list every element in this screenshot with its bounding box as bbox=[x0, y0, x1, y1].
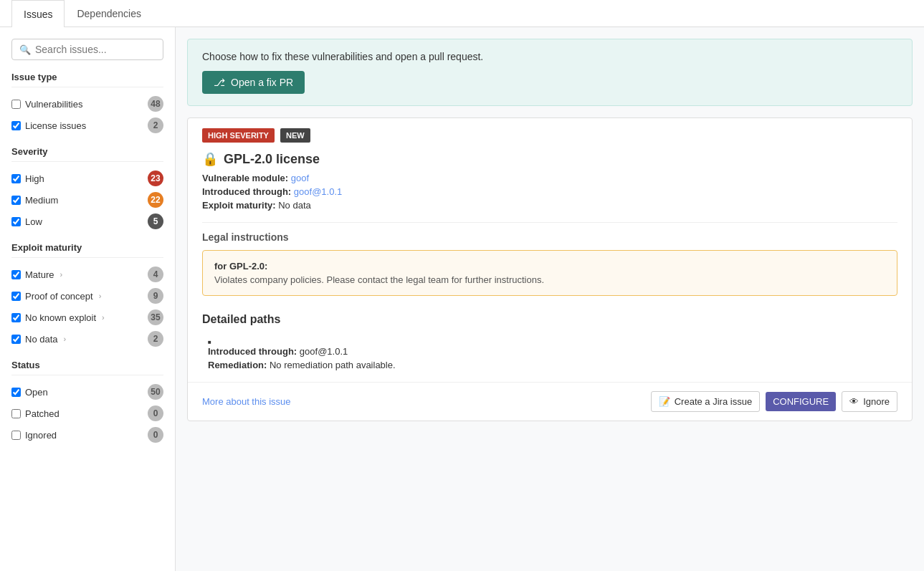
count-no-known-exploit: 35 bbox=[148, 309, 163, 325]
label-vulnerabilities: Vulnerabilities bbox=[25, 99, 82, 110]
label-patched: Patched bbox=[25, 408, 59, 419]
meta-exploit-maturity: Exploit maturity: No data bbox=[202, 200, 897, 211]
git-merge-icon: ⎇ bbox=[214, 77, 225, 88]
label-medium: Medium bbox=[25, 195, 58, 206]
checkbox-no-known-exploit[interactable] bbox=[11, 313, 21, 322]
issue-card-header: HIGH SEVERITY NEW bbox=[188, 118, 912, 143]
chevron-mature-icon: › bbox=[59, 270, 62, 279]
count-no-data: 2 bbox=[148, 331, 163, 347]
label-high: High bbox=[25, 173, 44, 184]
open-fix-pr-button[interactable]: ⎇ Open a fix PR bbox=[202, 71, 305, 94]
label-open: Open bbox=[25, 387, 48, 398]
badge-high-severity: HIGH SEVERITY bbox=[202, 128, 275, 143]
meta-introduced-through: Introduced through: goof@1.0.1 bbox=[202, 186, 897, 197]
filter-open: Open 50 bbox=[11, 381, 163, 403]
checkbox-open[interactable] bbox=[11, 388, 21, 397]
search-box: 🔍 bbox=[11, 39, 163, 60]
license-icon: 🔒 bbox=[202, 151, 218, 167]
main-layout: 🔍 Issue type Vulnerabilities 48 License … bbox=[0, 27, 924, 571]
configure-button[interactable]: CONFIGURE bbox=[766, 392, 836, 411]
path-remediation-value: No remediation path available. bbox=[270, 360, 396, 370]
checkbox-vulnerabilities[interactable] bbox=[11, 100, 21, 109]
checkbox-patched[interactable] bbox=[11, 409, 21, 418]
jira-btn-label: Create a Jira issue bbox=[675, 396, 752, 407]
filter-high: High 23 bbox=[11, 168, 163, 189]
meta-introduced-link[interactable]: goof@1.0.1 bbox=[294, 186, 342, 197]
label-ignored: Ignored bbox=[25, 430, 57, 441]
meta-exploit-value: No data bbox=[278, 200, 311, 211]
filter-license-issues: License issues 2 bbox=[11, 115, 163, 136]
checkbox-ignored[interactable] bbox=[11, 431, 21, 440]
open-pr-label: Open a fix PR bbox=[231, 77, 293, 88]
checkbox-high[interactable] bbox=[11, 174, 21, 183]
jira-icon: 📝 bbox=[659, 396, 670, 407]
path-introduced-value: goof@1.0.1 bbox=[300, 346, 348, 357]
meta-vulnerable-module-label: Vulnerable module: bbox=[202, 173, 288, 183]
path-introduced-row: Introduced through: goof@1.0.1 bbox=[208, 346, 897, 357]
label-no-data: No data bbox=[25, 334, 58, 345]
legal-section: Legal instructions for GPL-2.0: Violates… bbox=[188, 223, 912, 304]
filter-ignored: Ignored 0 bbox=[11, 424, 163, 446]
filter-no-data: No data › 2 bbox=[11, 328, 163, 350]
count-patched: 0 bbox=[148, 405, 163, 421]
path-remediation-label: Remediation: bbox=[208, 360, 267, 370]
paths-section: Detailed paths Introduced through: goof@… bbox=[188, 304, 912, 382]
checkbox-no-data[interactable] bbox=[11, 335, 21, 344]
chevron-poc-icon: › bbox=[99, 292, 102, 300]
count-medium: 22 bbox=[148, 192, 163, 208]
count-vulnerabilities: 48 bbox=[148, 96, 163, 112]
filter-no-known-exploit: No known exploit › 35 bbox=[11, 307, 163, 328]
tab-issues[interactable]: Issues bbox=[11, 0, 65, 27]
issue-meta: Vulnerable module: goof Introduced throu… bbox=[188, 173, 912, 222]
paths-section-title: Detailed paths bbox=[202, 313, 897, 326]
path-remediation-row: Remediation: No remediation path availab… bbox=[208, 360, 897, 370]
more-about-issue-link[interactable]: More about this issue bbox=[202, 396, 291, 407]
filter-mature: Mature › 4 bbox=[11, 264, 163, 285]
filter-patched: Patched 0 bbox=[11, 403, 163, 424]
legal-box: for GPL-2.0: Violates company policies. … bbox=[202, 250, 897, 296]
path-introduced-label: Introduced through: bbox=[208, 346, 297, 357]
meta-vulnerable-module-link[interactable]: goof bbox=[291, 173, 309, 183]
count-high: 23 bbox=[148, 171, 163, 186]
label-mature: Mature bbox=[25, 269, 54, 280]
create-jira-button[interactable]: 📝 Create a Jira issue bbox=[651, 391, 760, 412]
status-title: Status bbox=[11, 360, 163, 375]
legal-box-text: Violates company policies. Please contac… bbox=[214, 274, 885, 285]
ignore-btn-label: Ignore bbox=[863, 396, 890, 407]
legal-section-title: Legal instructions bbox=[202, 231, 897, 243]
sidebar: 🔍 Issue type Vulnerabilities 48 License … bbox=[0, 27, 176, 571]
search-icon: 🔍 bbox=[19, 44, 31, 55]
severity-title: Severity bbox=[11, 146, 163, 162]
checkbox-medium[interactable] bbox=[11, 196, 21, 205]
issue-card-footer: More about this issue 📝 Create a Jira is… bbox=[188, 382, 912, 421]
count-proof-of-concept: 9 bbox=[148, 288, 163, 304]
search-input[interactable] bbox=[35, 44, 156, 55]
content-area: Choose how to fix these vulnerabilities … bbox=[176, 27, 924, 571]
ignore-button[interactable]: 👁 Ignore bbox=[842, 391, 897, 412]
label-proof-of-concept: Proof of concept bbox=[25, 291, 93, 302]
issue-card: HIGH SEVERITY NEW 🔒 GPL-2.0 license Vuln… bbox=[187, 117, 913, 421]
checkbox-license-issues[interactable] bbox=[11, 121, 21, 130]
checkbox-proof-of-concept[interactable] bbox=[11, 292, 21, 301]
issue-title: 🔒 GPL-2.0 license bbox=[188, 143, 912, 173]
tab-dependencies[interactable]: Dependencies bbox=[65, 0, 153, 27]
filter-low: Low 5 bbox=[11, 211, 163, 232]
footer-actions: 📝 Create a Jira issue CONFIGURE 👁 Ignore bbox=[651, 391, 897, 412]
label-license-issues: License issues bbox=[25, 120, 86, 131]
count-low: 5 bbox=[148, 213, 163, 229]
meta-vulnerable-module: Vulnerable module: goof bbox=[202, 173, 897, 183]
checkbox-mature[interactable] bbox=[11, 270, 21, 279]
badge-new-status: NEW bbox=[280, 128, 310, 143]
ignore-icon: 👁 bbox=[849, 396, 859, 407]
chevron-nke-icon: › bbox=[102, 313, 105, 322]
count-license-issues: 2 bbox=[148, 117, 163, 133]
label-no-known-exploit: No known exploit bbox=[25, 312, 96, 323]
checkbox-low[interactable] bbox=[11, 217, 21, 226]
chevron-nodata-icon: › bbox=[64, 335, 67, 343]
filter-vulnerabilities: Vulnerabilities 48 bbox=[11, 93, 163, 115]
label-low: Low bbox=[25, 216, 42, 227]
fix-banner: Choose how to fix these vulnerabilities … bbox=[187, 39, 913, 106]
issue-title-text: GPL-2.0 license bbox=[224, 152, 320, 167]
count-mature: 4 bbox=[148, 267, 163, 282]
legal-box-title: for GPL-2.0: bbox=[214, 261, 885, 272]
